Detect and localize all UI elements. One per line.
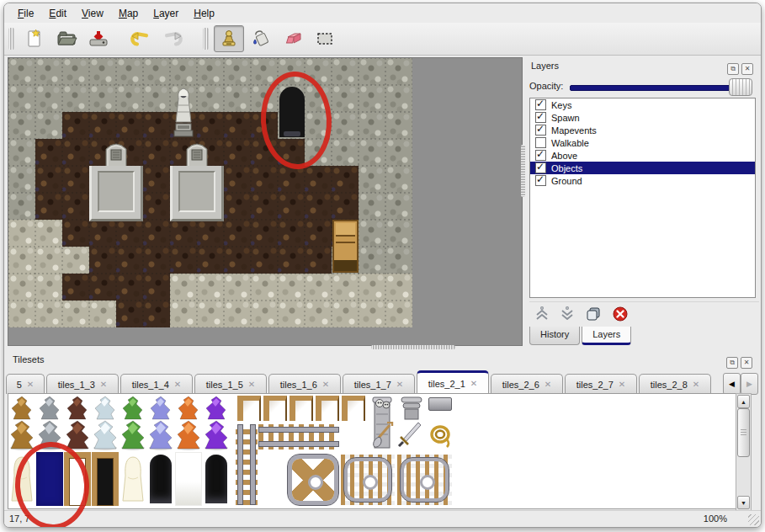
tileset-tile-shovel[interactable] bbox=[369, 422, 395, 449]
tileset-tab-tiles_2_6[interactable]: tiles_2_6✕ bbox=[491, 374, 563, 394]
layer-row-ground[interactable]: Ground bbox=[530, 174, 755, 187]
menu-map[interactable]: Map bbox=[112, 6, 145, 21]
tileset-tile-rail-h[interactable] bbox=[258, 424, 339, 450]
close-panel-icon[interactable]: ✕ bbox=[741, 357, 752, 369]
tileset-tile-tile-solid-selected[interactable] bbox=[36, 452, 63, 506]
tileset-tile-rail-junction[interactable] bbox=[397, 455, 452, 505]
tab-close-icon[interactable]: ✕ bbox=[396, 380, 403, 389]
menu-layer[interactable]: Layer bbox=[146, 6, 185, 21]
tileset-tile-rock[interactable] bbox=[203, 396, 230, 450]
tileset-tile-rock[interactable] bbox=[36, 396, 63, 450]
eraser-tool-button[interactable] bbox=[278, 25, 308, 52]
tileset-tile-rope[interactable] bbox=[428, 422, 452, 449]
opacity-slider-track[interactable] bbox=[570, 85, 736, 91]
stamp-tool-button[interactable] bbox=[214, 25, 244, 52]
opacity-slider-handle[interactable] bbox=[729, 78, 752, 96]
tab-close-icon[interactable]: ✕ bbox=[545, 380, 551, 389]
tileset-canvas[interactable] bbox=[8, 393, 736, 509]
tab-scroll-left-button[interactable]: ◀ bbox=[723, 373, 741, 395]
save-file-button[interactable] bbox=[83, 25, 114, 52]
scroll-down-button[interactable]: ▼ bbox=[737, 496, 750, 509]
layer-visibility-checkbox[interactable] bbox=[535, 125, 546, 136]
menu-view[interactable]: View bbox=[75, 6, 110, 21]
undo-button[interactable] bbox=[125, 25, 156, 52]
tab-scroll-right-button[interactable]: ▶ bbox=[741, 373, 758, 395]
fill-tool-button[interactable] bbox=[246, 25, 276, 52]
menu-help[interactable]: Help bbox=[187, 6, 221, 21]
layer-visibility-checkbox[interactable] bbox=[535, 150, 546, 161]
layer-row-keys[interactable]: Keys bbox=[530, 98, 755, 111]
tileset-tile-door-frame[interactable] bbox=[92, 452, 119, 506]
tab-close-icon[interactable]: ✕ bbox=[100, 380, 107, 389]
tileset-tile-ghost[interactable] bbox=[8, 452, 35, 506]
scroll-thumb[interactable] bbox=[737, 408, 750, 457]
tab-close-icon[interactable]: ✕ bbox=[174, 380, 181, 389]
tileset-tile-sword[interactable] bbox=[397, 422, 422, 449]
tab-close-icon[interactable]: ✕ bbox=[322, 380, 329, 389]
tileset-tile-frame-corner[interactable] bbox=[263, 396, 287, 421]
tileset-tab-tiles_1_3[interactable]: tiles_1_3✕ bbox=[46, 374, 119, 394]
tileset-tile-rock[interactable] bbox=[175, 396, 202, 450]
tileset-tile-tile-white[interactable] bbox=[175, 452, 202, 506]
layer-row-objects[interactable]: Objects bbox=[530, 162, 755, 174]
duplicate-layer-icon[interactable] bbox=[585, 306, 602, 322]
tileset-tab-tiles_1_6[interactable]: tiles_1_6✕ bbox=[268, 374, 341, 394]
tab-close-icon[interactable]: ✕ bbox=[248, 380, 255, 389]
float-panel-icon[interactable]: ⧉ bbox=[726, 357, 738, 369]
layer-row-walkable[interactable]: Walkable bbox=[530, 136, 755, 149]
tileset-tile-frame-corner[interactable] bbox=[316, 396, 339, 421]
layer-row-spawn[interactable]: Spawn bbox=[530, 111, 755, 124]
tileset-tile-arch-black[interactable] bbox=[203, 452, 230, 506]
map-canvas[interactable] bbox=[8, 57, 523, 346]
tileset-tile-door-frame[interactable] bbox=[64, 452, 91, 506]
tileset-tile-rock[interactable] bbox=[64, 396, 91, 450]
tab-close-icon[interactable]: ✕ bbox=[470, 379, 477, 388]
layer-row-above[interactable]: Above bbox=[530, 149, 755, 162]
layer-visibility-checkbox[interactable] bbox=[535, 162, 546, 173]
tileset-tile-rail-x[interactable] bbox=[288, 455, 338, 505]
tileset-tile-beam[interactable] bbox=[428, 397, 452, 411]
tileset-tile-column-capital[interactable] bbox=[399, 396, 424, 421]
tileset-tile-frame-corner[interactable] bbox=[342, 396, 365, 421]
layer-row-mapevents[interactable]: Mapevents bbox=[530, 124, 755, 136]
tileset-tile-rock[interactable] bbox=[92, 396, 119, 450]
layer-visibility-checkbox[interactable] bbox=[535, 112, 546, 123]
tileset-tile-ghost[interactable] bbox=[120, 452, 146, 506]
tileset-tab-tiles_2_8[interactable]: tiles_2_8✕ bbox=[639, 374, 711, 394]
tab-close-icon[interactable]: ✕ bbox=[27, 380, 34, 389]
close-panel-icon[interactable]: ✕ bbox=[741, 63, 753, 75]
tileset-tile-rock[interactable] bbox=[120, 396, 146, 450]
tileset-tab-tiles_1_7[interactable]: tiles_1_7✕ bbox=[343, 374, 415, 394]
layer-visibility-checkbox[interactable] bbox=[535, 175, 546, 186]
tileset-tab-tiles_1_4[interactable]: tiles_1_4✕ bbox=[120, 374, 193, 394]
subtab-layers[interactable]: Layers bbox=[582, 327, 631, 345]
tileset-tile-rock[interactable] bbox=[8, 396, 35, 450]
resize-grip[interactable] bbox=[748, 514, 759, 525]
tileset-tab-tiles_1_5[interactable]: tiles_1_5✕ bbox=[194, 374, 267, 394]
redo-button[interactable] bbox=[157, 25, 188, 52]
tileset-tab-5[interactable]: 5✕ bbox=[6, 374, 45, 394]
horizontal-splitter[interactable] bbox=[371, 345, 455, 349]
tileset-tile-arch-black[interactable] bbox=[147, 452, 174, 506]
tileset-tile-rail-junction[interactable] bbox=[341, 455, 395, 505]
tileset-tab-tiles_2_1[interactable]: tiles_2_1✕ bbox=[417, 370, 489, 394]
menu-edit[interactable]: Edit bbox=[42, 6, 73, 21]
open-file-button[interactable] bbox=[51, 25, 82, 52]
tab-close-icon[interactable]: ✕ bbox=[693, 380, 699, 389]
subtab-history[interactable]: History bbox=[529, 327, 580, 345]
menu-file[interactable]: File bbox=[11, 6, 40, 21]
tileset-tile-frame-corner[interactable] bbox=[237, 396, 261, 421]
layer-visibility-checkbox[interactable] bbox=[535, 137, 546, 148]
toolbar-handle[interactable] bbox=[8, 28, 14, 50]
tab-close-icon[interactable]: ✕ bbox=[619, 380, 625, 389]
move-layer-down-icon[interactable] bbox=[560, 306, 575, 322]
layer-visibility-checkbox[interactable] bbox=[535, 99, 546, 110]
float-panel-icon[interactable]: ⧉ bbox=[727, 63, 739, 75]
tileset-tile-frame-corner[interactable] bbox=[290, 396, 313, 421]
tileset-tile-rail-v[interactable] bbox=[236, 424, 258, 505]
delete-layer-icon[interactable] bbox=[612, 306, 629, 322]
new-file-button[interactable] bbox=[19, 25, 50, 52]
scroll-up-button[interactable]: ▲ bbox=[737, 395, 750, 408]
move-layer-up-icon[interactable] bbox=[534, 306, 550, 322]
tileset-tile-rock[interactable] bbox=[147, 396, 174, 450]
